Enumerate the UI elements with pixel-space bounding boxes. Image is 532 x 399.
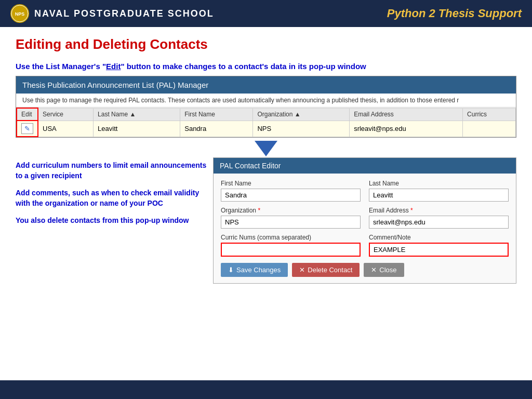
save-icon: ⬇ xyxy=(228,266,234,274)
currics-cell xyxy=(463,121,516,137)
pal-manager-header: Thesis Publication Announcement List (PA… xyxy=(16,76,516,94)
pal-editor: PAL Contact Editor First Name Last Name … xyxy=(213,157,516,284)
last-name-label: Last Name xyxy=(369,180,509,187)
col-email: Email Address xyxy=(350,108,463,121)
last-name-group: Last Name xyxy=(369,180,509,202)
col-currics: Currics xyxy=(463,108,516,121)
email-required: * xyxy=(410,207,413,214)
table-row: ✎ USA Leavitt Sandra NPS srleavit@nps.ed… xyxy=(17,121,516,137)
email-input[interactable] xyxy=(369,216,509,229)
pal-manager: Thesis Publication Announcement List (PA… xyxy=(16,76,516,138)
lastname-cell: Leavitt xyxy=(94,121,180,137)
note-1: Add curriculum numbers to limit email an… xyxy=(16,161,208,181)
arrow-container xyxy=(16,141,516,156)
school-name: NAVAL POSTGRADUATE SCHOOL xyxy=(34,8,214,19)
pal-manager-desc: Use this page to manage the required PAL… xyxy=(16,94,516,108)
org-input[interactable] xyxy=(221,216,361,229)
pal-table: Edit Service Last Name ▲ First Name Orga… xyxy=(16,108,516,137)
instruction-text: Use the List Manager's "Edit" button to … xyxy=(16,62,516,71)
header: NPS NAVAL POSTGRADUATE SCHOOL Python 2 T… xyxy=(0,0,532,27)
comment-label: Comment/Note xyxy=(369,234,509,241)
email-group: Email Address * xyxy=(369,207,509,229)
comment-input[interactable] xyxy=(369,243,509,257)
bottom-bar xyxy=(0,380,532,399)
main-content: Editing and Deleting Contacts Use the Li… xyxy=(0,27,532,289)
name-row: First Name Last Name xyxy=(221,180,509,202)
firstname-cell: Sandra xyxy=(180,121,253,137)
col-lastname: Last Name ▲ xyxy=(94,108,180,121)
close-icon: ✕ xyxy=(371,266,377,274)
curric-group: Curric Nums (comma separated) xyxy=(221,234,361,257)
left-notes: Add curriculum numbers to limit email an… xyxy=(16,157,213,233)
editor-buttons: ⬇ Save Changes ✕ Delete Contact ✕ Close xyxy=(221,263,509,277)
org-email-row: Organization * Email Address * xyxy=(221,207,509,229)
delete-label: Delete Contact xyxy=(308,266,352,274)
delete-button[interactable]: ✕ Delete Contact xyxy=(292,263,360,277)
note-3: You also delete contacts from this pop-u… xyxy=(16,216,208,226)
curric-input[interactable] xyxy=(221,243,361,257)
pal-editor-body: First Name Last Name Organization * Emai xyxy=(214,174,516,283)
curric-comment-row: Curric Nums (comma separated) Comment/No… xyxy=(221,234,509,257)
comment-group: Comment/Note xyxy=(369,234,509,257)
svg-text:NPS: NPS xyxy=(15,11,25,17)
close-button[interactable]: ✕ Close xyxy=(364,263,404,277)
org-label: Organization * xyxy=(221,207,361,214)
delete-icon: ✕ xyxy=(299,266,305,274)
close-label: Close xyxy=(379,266,396,274)
email-cell: srleavit@nps.edu xyxy=(350,121,463,137)
save-button[interactable]: ⬇ Save Changes xyxy=(221,263,288,277)
edit-quoted: Edit xyxy=(106,62,121,71)
pal-editor-header: PAL Contact Editor xyxy=(214,158,516,174)
org-required: * xyxy=(258,207,260,214)
service-cell: USA xyxy=(38,121,94,137)
org-cell: NPS xyxy=(253,121,350,137)
edit-button[interactable]: ✎ xyxy=(21,123,33,134)
first-name-input[interactable] xyxy=(221,189,361,202)
org-group: Organization * xyxy=(221,207,361,229)
nps-logo: NPS xyxy=(10,4,29,23)
down-arrow-icon xyxy=(255,141,277,156)
note-2: Add comments, such as when to check emai… xyxy=(16,188,208,208)
edit-cell[interactable]: ✎ xyxy=(17,121,38,137)
col-org: Organization ▲ xyxy=(253,108,350,121)
col-firstname: First Name xyxy=(180,108,253,121)
col-edit: Edit xyxy=(17,108,38,121)
last-name-input[interactable] xyxy=(369,189,509,202)
page-title: Editing and Deleting Contacts xyxy=(16,36,516,52)
header-left: NPS NAVAL POSTGRADUATE SCHOOL xyxy=(10,4,214,23)
lower-section: Add curriculum numbers to limit email an… xyxy=(16,157,516,284)
save-label: Save Changes xyxy=(236,266,281,274)
col-service: Service xyxy=(38,108,94,121)
first-name-label: First Name xyxy=(221,180,361,187)
curric-label: Curric Nums (comma separated) xyxy=(221,234,361,241)
app-subtitle: Python 2 Thesis Support xyxy=(387,7,522,20)
first-name-group: First Name xyxy=(221,180,361,202)
email-label: Email Address * xyxy=(369,207,509,214)
